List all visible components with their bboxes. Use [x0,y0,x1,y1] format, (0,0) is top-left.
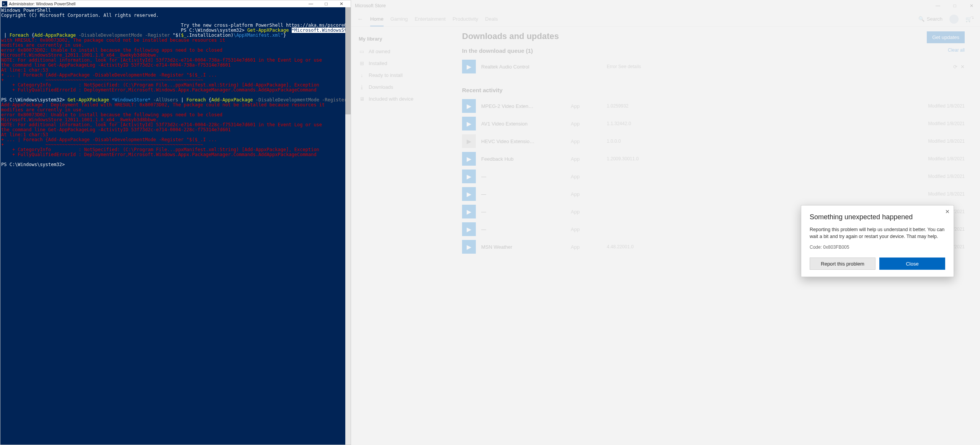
sidebar-item-label: All owned [369,49,390,54]
recent-row[interactable]: ▶ Feedback Hub App 1.2009.30011.0 Modifi… [462,150,965,168]
powershell-console[interactable]: Windows PowerShell Copyright (C) Microso… [0,7,351,445]
sidebar-item-label: Downloads [369,84,393,90]
clear-all-link[interactable]: Clear all [948,47,965,53]
powershell-scrollbar[interactable] [345,7,351,445]
maximize-button[interactable]: □ [318,1,334,7]
app-size: 1.2009.30011.0 [607,156,906,161]
powershell-icon: >_ [2,1,7,7]
app-icon: ▶ [462,99,476,113]
app-type: App [571,209,601,215]
store-nav: ← Home Gaming Entertainment Productivity… [351,11,980,27]
tab-productivity[interactable]: Productivity [452,16,478,22]
app-date: Modified 1/8/2021 [911,174,965,179]
app-date: Modified 1/8/2021 [911,121,965,126]
get-updates-button[interactable]: Get updates [927,31,965,43]
back-icon[interactable]: ← [357,16,363,23]
sidebar-item[interactable]: 🖥Included with device [356,93,442,105]
recent-row[interactable]: ▶ AV1 Video Extension App 1.1.32442.0 Mo… [462,115,965,132]
remove-icon[interactable]: ✕ [960,64,965,70]
app-type: App [571,103,601,109]
queue-row[interactable]: ▶ Realtek Audio Control Error See detail… [462,58,965,75]
sidebar-item[interactable]: ⭳Downloads [356,81,442,93]
queue-title: In the download queue (1) [462,47,533,54]
app-icon: ▶ [462,60,476,73]
app-icon: ▶ [462,222,476,236]
tab-home[interactable]: Home [370,16,384,26]
app-icon: ▶ [462,240,476,254]
modal-error-code: Code: 0x803FB005 [810,245,945,250]
tab-gaming[interactable]: Gaming [390,16,408,22]
app-name: Feedback Hub [481,156,565,162]
sidebar-item-label: Installed [369,60,387,66]
app-name: MPEG-2 Video Exten… [481,103,565,109]
sidebar-item-label: Ready to install [369,72,403,78]
app-date: Modified 1/8/2021 [911,139,965,144]
app-icon: ▶ [462,152,476,166]
store-maximize-button[interactable]: □ [946,0,963,11]
tab-entertainment[interactable]: Entertainment [415,16,446,22]
close-button[interactable]: ✕ [334,1,349,7]
app-type: App [571,244,601,250]
store-window: Microsoft Store — □ ✕ ← Home Gaming Ente… [351,0,980,445]
search-button[interactable]: 🔍Search [918,16,942,22]
app-name: Realtek Audio Control [481,64,565,70]
retry-icon[interactable]: ⟳ [953,64,957,70]
app-icon: ▶ [462,117,476,130]
app-name: MSN Weather [481,244,565,250]
sidebar-item-icon: 🖥 [359,96,365,102]
sidebar-item[interactable]: ⊞Installed [356,57,442,69]
app-type: App [571,174,601,179]
user-avatar[interactable] [949,15,959,24]
recent-row[interactable]: ▶ — App Modified 1/8/2021 [462,168,965,185]
minimize-button[interactable]: — [303,1,318,7]
sidebar-item-icon: ⭳ [359,84,365,90]
sidebar-item[interactable]: ↓Ready to install [356,69,442,81]
sidebar-item-label: Included with device [369,96,413,102]
app-type: App [571,121,601,127]
app-status[interactable]: Error See details [607,64,877,69]
app-size: 1.0.0.0 [607,139,906,144]
app-name: — [481,227,565,232]
app-type: App [571,139,601,144]
modal-body: Reporting this problem will help us unde… [810,227,945,240]
app-icon: ▶ [462,187,476,201]
store-minimize-button[interactable]: — [929,0,946,11]
error-modal: ✕ Something unexpected happened Reportin… [801,205,954,277]
sidebar-item[interactable]: ▭All owned [356,46,442,57]
modal-title: Something unexpected happened [810,213,945,221]
app-name: HEVC Video Extensio… [481,139,565,144]
sidebar-title: My library [359,36,442,42]
store-title: Microsoft Store [355,3,929,8]
store-titlebar[interactable]: Microsoft Store — □ ✕ [351,0,980,11]
recent-row[interactable]: ▶ MPEG-2 Video Exten… App 1.0259932 Modi… [462,97,965,115]
sidebar-item-icon: ▭ [359,49,365,54]
app-name: AV1 Video Extension [481,121,565,127]
powershell-window: >_ Administrator: Windows PowerShell — □… [0,0,351,445]
app-icon: ▶ [462,205,476,218]
app-size: 1.0259932 [607,103,906,109]
app-date: Modified 1/8/2021 [911,156,965,161]
page-title: Downloads and updates [462,31,965,41]
report-problem-button[interactable]: Report this problem [810,258,875,270]
sidebar-item-icon: ↓ [359,72,365,78]
app-name: — [481,209,565,215]
modal-close-button[interactable]: Close [879,258,945,270]
tab-deals[interactable]: Deals [485,16,498,22]
app-size: 1.1.32442.0 [607,121,906,126]
app-name: — [481,174,565,179]
search-icon: 🔍 [918,16,924,22]
app-date: Modified 1/8/2021 [911,103,965,109]
app-type: App [571,227,601,232]
store-close-button[interactable]: ✕ [963,0,980,11]
powershell-titlebar[interactable]: >_ Administrator: Windows PowerShell — □… [0,0,351,7]
recent-row[interactable]: ▶ — App Modified 1/8/2021 [462,185,965,203]
app-type: App [571,191,601,197]
app-type: App [571,156,601,162]
modal-close-icon[interactable]: ✕ [945,209,950,215]
recent-row[interactable]: ▶ HEVC Video Extensio… App 1.0.0.0 Modif… [462,132,965,150]
cart-icon[interactable]: 🛒1 [965,16,974,22]
app-name: — [481,191,565,197]
app-icon: ▶ [462,134,476,148]
scrollbar-thumb[interactable] [345,7,351,114]
recent-title: Recent activity [462,87,503,93]
